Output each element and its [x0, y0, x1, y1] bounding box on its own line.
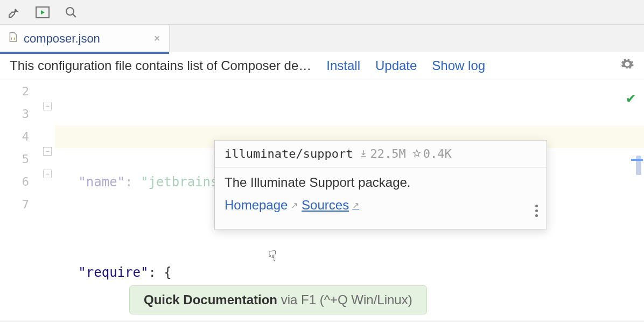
package-name: illuminate/support	[225, 147, 353, 160]
line-number: 6	[0, 171, 29, 193]
scrollbar-marker	[631, 159, 643, 161]
editor-tabbar: composer.json ×	[0, 25, 644, 52]
line-number-gutter: 2 3 4 5 6 7	[0, 80, 42, 320]
install-link[interactable]: Install	[326, 58, 360, 73]
cursor-icon: ☟	[268, 248, 277, 264]
external-link-icon: ↗	[352, 200, 359, 211]
line-number: 2	[0, 80, 29, 103]
composer-notice-bar: This configuration file contains list of…	[0, 52, 644, 80]
inspections-ok-icon[interactable]: ✔	[626, 87, 635, 109]
line-number: 3	[0, 103, 29, 125]
stars-stat: 0.4K	[412, 147, 452, 160]
json-file-icon	[6, 31, 18, 46]
showlog-link[interactable]: Show log	[432, 58, 485, 73]
notice-text: This configuration file contains list of…	[10, 58, 311, 73]
quick-doc-popup: illuminate/support 22.5M 0.4K The Illumi…	[214, 140, 547, 229]
line-number: 4	[0, 125, 29, 148]
homepage-link[interactable]: Homepage↗	[225, 198, 298, 213]
line-number: 7	[0, 193, 29, 216]
fold-column: − − −	[42, 80, 55, 320]
fold-toggle-icon[interactable]: −	[43, 102, 52, 110]
sources-link[interactable]: Sources↗	[302, 198, 359, 213]
hint-tooltip: Quick Documentation via F1 (^+Q Win/Linu…	[129, 285, 427, 314]
wrench-icon[interactable]	[8, 6, 20, 19]
star-icon	[412, 147, 421, 160]
search-icon[interactable]	[65, 6, 78, 19]
tab-composer-json[interactable]: composer.json ×	[0, 25, 170, 52]
line-number: 5	[0, 148, 29, 171]
close-icon[interactable]: ×	[154, 32, 160, 45]
popup-more-icon[interactable]	[535, 205, 538, 217]
gear-icon[interactable]	[620, 57, 634, 74]
tab-filename: composer.json	[24, 32, 100, 46]
fold-toggle-icon[interactable]: −	[43, 147, 52, 156]
svg-point-1	[66, 8, 74, 15]
quick-doc-header: illuminate/support 22.5M 0.4K	[215, 141, 547, 167]
main-toolbar	[0, 0, 644, 25]
update-link[interactable]: Update	[375, 58, 417, 73]
external-link-icon: ↗	[291, 200, 298, 211]
run-icon[interactable]	[36, 6, 50, 18]
package-description: The Illuminate Support package.	[225, 175, 537, 190]
downloads-stat: 22.5M	[359, 147, 405, 160]
fold-toggle-icon[interactable]: −	[43, 170, 52, 178]
download-icon	[359, 147, 368, 160]
